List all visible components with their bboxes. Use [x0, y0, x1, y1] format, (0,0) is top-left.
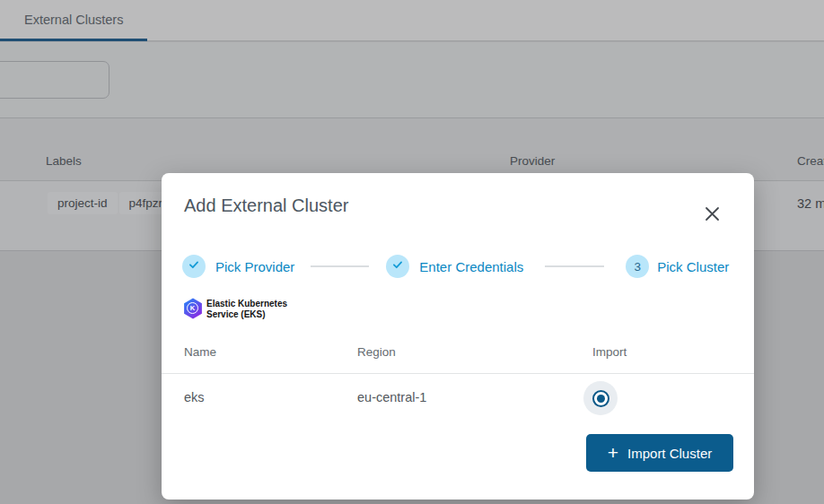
- step-2-circle: [386, 255, 409, 278]
- step-2-label[interactable]: Enter Credentials: [419, 259, 523, 274]
- add-external-cluster-modal: Add External Cluster Pick Provider: [162, 173, 754, 500]
- provider-name-line1: Elastic Kubernetes: [206, 299, 287, 309]
- eks-hexagon-icon: K: [183, 298, 203, 319]
- step-3-label[interactable]: Pick Cluster: [657, 259, 729, 274]
- import-radio[interactable]: [583, 381, 618, 415]
- cluster-name-cell: eks: [184, 390, 205, 404]
- step-connector: [311, 265, 369, 267]
- cluster-table-header: Name Region Import: [162, 339, 754, 374]
- import-cluster-button[interactable]: + Import Cluster: [586, 434, 733, 472]
- modal-title: Add External Cluster: [184, 196, 348, 216]
- step-3-circle: 3: [626, 255, 649, 278]
- close-icon: [705, 206, 720, 225]
- provider-name-line2: Service (EKS): [206, 309, 287, 320]
- step-1-label[interactable]: Pick Provider: [215, 259, 294, 274]
- step-3-number: 3: [635, 260, 642, 274]
- provider-name: Elastic Kubernetes Service (EKS): [206, 298, 287, 319]
- import-button-label: Import Cluster: [627, 446, 712, 461]
- plus-icon: +: [608, 443, 618, 462]
- check-icon: [391, 258, 404, 274]
- check-icon: [188, 258, 200, 274]
- column-header-region: Region: [357, 345, 396, 359]
- provider-logo: K Elastic Kubernetes Service (EKS): [183, 298, 287, 319]
- column-header-name: Name: [184, 345, 216, 359]
- column-header-import: Import: [592, 345, 627, 359]
- radio-ring: [592, 390, 609, 407]
- close-button[interactable]: [699, 203, 724, 228]
- cluster-region-cell: eu-central-1: [357, 390, 426, 404]
- radio-dot: [597, 395, 605, 403]
- stepper: Pick Provider Enter Credentials 3 Pick C…: [182, 255, 729, 278]
- eks-k-letter: K: [187, 302, 198, 314]
- step-1-circle: [182, 255, 206, 278]
- step-connector: [545, 265, 604, 267]
